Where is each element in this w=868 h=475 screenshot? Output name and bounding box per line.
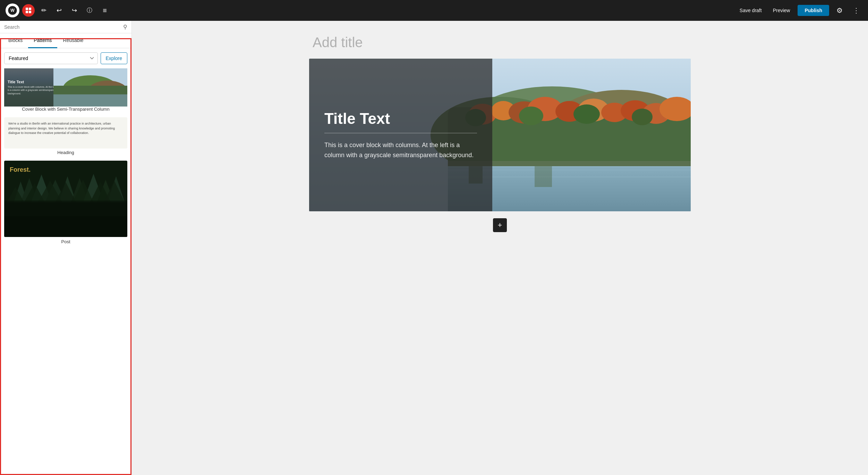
- svg-rect-2: [26, 8, 28, 10]
- search-bar: ⚲: [0, 21, 131, 33]
- pattern-card-post[interactable]: Forest. Post: [4, 161, 127, 244]
- list-view-button[interactable]: [99, 4, 111, 17]
- pencil-tool-button[interactable]: [37, 4, 50, 17]
- info-button[interactable]: [83, 4, 96, 17]
- add-title-placeholder[interactable]: Add title: [309, 35, 691, 50]
- cover-pattern-label: Cover Block with Semi-Transparent Column: [4, 107, 127, 112]
- redo-icon: [72, 7, 77, 14]
- editor-area[interactable]: Add title: [132, 21, 868, 475]
- tabs-row: Blocks Patterns Reusable: [0, 33, 131, 48]
- svg-point-49: [632, 109, 653, 125]
- heading-pattern-label: Heading: [4, 150, 127, 155]
- save-draft-button[interactable]: Save draft: [736, 6, 765, 15]
- redo-button[interactable]: [68, 4, 80, 17]
- svg-point-48: [573, 104, 600, 124]
- cover-preview-body-small: This is a cover block with columns. At t…: [8, 85, 56, 95]
- cover-block[interactable]: Title Text This is a cover block with co…: [309, 59, 691, 211]
- svg-rect-10: [53, 94, 127, 107]
- add-block-button[interactable]: +: [493, 218, 507, 232]
- svg-rect-55: [535, 163, 552, 187]
- heading-preview-text: We're a studio in Berlin with an interna…: [8, 121, 123, 136]
- explore-button[interactable]: Explore: [101, 52, 127, 64]
- post-pattern-label: Post: [4, 239, 127, 244]
- main-layout: ⚲ Blocks Patterns Reusable Featured Post…: [0, 21, 868, 475]
- cover-block-overlay: Title Text This is a cover block with co…: [309, 59, 492, 211]
- dots-icon: [853, 6, 860, 15]
- svg-rect-30: [4, 216, 127, 237]
- info-icon: [87, 7, 92, 14]
- svg-rect-5: [29, 11, 31, 13]
- svg-rect-3: [29, 8, 31, 10]
- cover-preview: Title Text This is a cover block with co…: [4, 68, 127, 107]
- forest-title: Forest.: [10, 166, 31, 173]
- filter-row: Featured Posts Text Hero Columns Explore: [4, 52, 127, 64]
- editor-canvas: Add title: [309, 35, 691, 232]
- tab-reusable[interactable]: Reusable: [57, 33, 89, 48]
- more-options-button[interactable]: [850, 4, 862, 17]
- preview-button[interactable]: Preview: [769, 6, 794, 15]
- pattern-card-heading[interactable]: We're a studio in Berlin with an interna…: [4, 117, 127, 155]
- svg-point-47: [519, 107, 543, 125]
- topbar-right: Save draft Preview Publish: [736, 4, 862, 17]
- forest-preview: Forest.: [4, 161, 127, 237]
- gear-icon: [836, 6, 843, 15]
- pencil-icon: [41, 7, 46, 14]
- list-icon: [103, 7, 107, 15]
- tab-blocks[interactable]: Blocks: [3, 33, 28, 48]
- tab-patterns[interactable]: Patterns: [28, 33, 57, 48]
- topbar: W Save draft Preview P: [0, 0, 868, 21]
- cover-preview-overlay: Title Text This is a cover block with co…: [4, 68, 60, 107]
- search-icon: ⚲: [123, 24, 127, 30]
- undo-icon: [57, 7, 62, 14]
- svg-text:W: W: [10, 8, 15, 13]
- wp-logo: W: [6, 3, 19, 17]
- cover-preview-title: Title Text: [8, 80, 56, 84]
- cover-block-title: Title Text: [324, 110, 477, 127]
- topbar-left: W: [6, 3, 111, 17]
- sidebar-content: Featured Posts Text Hero Columns Explore: [0, 48, 131, 475]
- search-input[interactable]: [4, 24, 123, 30]
- block-inserter-toggle[interactable]: [22, 4, 35, 17]
- cover-block-body: This is a cover block with columns. At t…: [324, 140, 477, 160]
- publish-button[interactable]: Publish: [798, 5, 829, 16]
- pattern-card-cover[interactable]: Title Text This is a cover block with co…: [4, 68, 127, 112]
- plus-icon: +: [498, 221, 502, 230]
- cover-preview-bg: [53, 68, 127, 107]
- undo-button[interactable]: [53, 4, 65, 17]
- cover-block-divider: [324, 133, 477, 133]
- sidebar: ⚲ Blocks Patterns Reusable Featured Post…: [0, 21, 132, 475]
- svg-rect-4: [26, 11, 28, 13]
- settings-button[interactable]: [833, 4, 846, 17]
- heading-pattern-preview: We're a studio in Berlin with an interna…: [4, 117, 127, 149]
- filter-select[interactable]: Featured Posts Text Hero Columns: [4, 52, 98, 64]
